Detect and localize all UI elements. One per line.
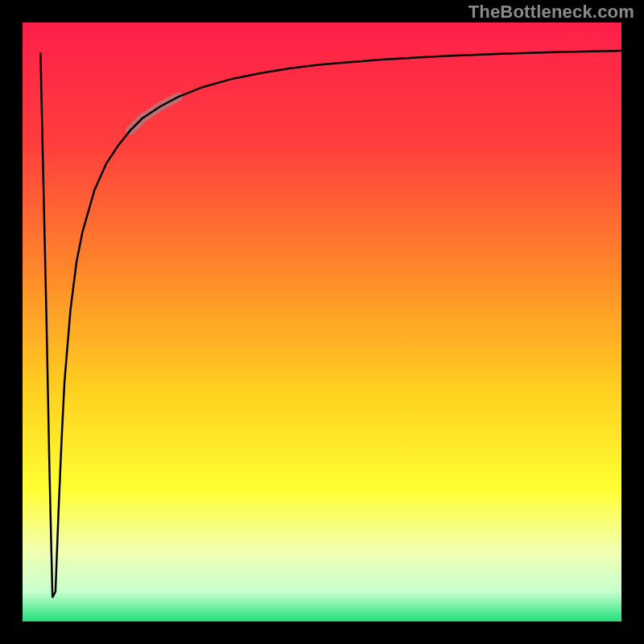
plot-background: [23, 23, 621, 621]
bottleneck-chart: [0, 0, 644, 644]
chart-stage: TheBottleneck.com: [0, 0, 644, 644]
watermark-text: TheBottleneck.com: [469, 2, 634, 23]
